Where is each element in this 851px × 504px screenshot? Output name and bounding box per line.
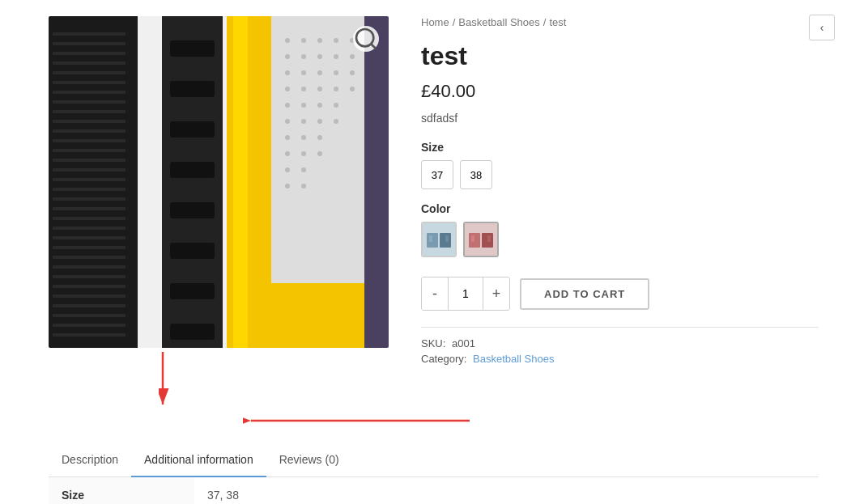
red-arrow-1 xyxy=(159,348,321,413)
svg-rect-19 xyxy=(53,197,126,201)
svg-rect-11 xyxy=(53,120,126,123)
svg-point-77 xyxy=(334,119,338,124)
svg-point-86 xyxy=(285,184,290,188)
svg-point-60 xyxy=(285,70,290,75)
svg-point-74 xyxy=(285,119,290,124)
svg-rect-33 xyxy=(53,333,126,337)
svg-point-90 xyxy=(356,29,373,46)
size-options: 37 38 xyxy=(421,160,819,189)
svg-point-48 xyxy=(301,38,306,43)
tab-reviews[interactable]: Reviews (0) xyxy=(266,443,352,477)
svg-rect-39 xyxy=(170,81,215,97)
breadcrumb: Home / Basketball Shoes / test xyxy=(421,16,819,28)
product-title: test xyxy=(421,41,819,71)
svg-line-91 xyxy=(371,44,376,49)
svg-rect-26 xyxy=(53,265,126,269)
svg-rect-31 xyxy=(53,314,126,317)
color-swatch-green[interactable] xyxy=(421,222,457,257)
svg-point-57 xyxy=(334,54,338,59)
svg-rect-25 xyxy=(53,256,126,259)
product-image-svg xyxy=(49,16,389,348)
svg-point-79 xyxy=(301,135,306,140)
svg-point-83 xyxy=(317,151,322,156)
color-swatch-red[interactable] xyxy=(463,222,499,257)
color-label: Color xyxy=(421,202,819,215)
size-option-38[interactable]: 38 xyxy=(460,160,492,189)
svg-point-49 xyxy=(317,38,322,43)
svg-rect-5 xyxy=(53,61,126,65)
svg-rect-97 xyxy=(429,235,432,242)
svg-rect-13 xyxy=(53,139,126,142)
svg-rect-28 xyxy=(53,285,126,288)
add-to-cart-button[interactable]: ADD TO CART xyxy=(520,278,649,310)
svg-rect-102 xyxy=(471,235,474,242)
svg-rect-7 xyxy=(53,81,126,84)
svg-point-56 xyxy=(317,54,322,59)
table-cell-size-value: 37, 38 xyxy=(194,477,819,504)
svg-rect-1 xyxy=(49,16,138,348)
quantity-input[interactable] xyxy=(448,277,483,310)
quantity-minus-button[interactable]: - xyxy=(422,277,448,310)
svg-rect-3 xyxy=(53,42,126,45)
svg-rect-30 xyxy=(53,304,126,307)
svg-rect-18 xyxy=(53,188,126,191)
tab-additional-information[interactable]: Additional information xyxy=(131,443,266,477)
svg-point-65 xyxy=(285,87,290,91)
svg-point-68 xyxy=(334,87,338,91)
svg-point-50 xyxy=(334,38,338,43)
svg-rect-38 xyxy=(170,40,215,57)
breadcrumb-home[interactable]: Home xyxy=(421,16,449,28)
svg-point-64 xyxy=(350,70,355,75)
svg-rect-41 xyxy=(170,162,215,178)
svg-point-76 xyxy=(317,119,322,124)
size-option-37[interactable]: 37 xyxy=(421,160,453,189)
svg-rect-21 xyxy=(53,217,126,220)
divider-1 xyxy=(421,327,819,328)
tabs-section: Description Additional information Revie… xyxy=(0,443,851,504)
svg-rect-42 xyxy=(170,202,215,218)
quantity-control: - + xyxy=(421,277,510,311)
svg-rect-22 xyxy=(53,227,126,230)
table-row: Size 37, 38 xyxy=(49,477,819,504)
svg-rect-20 xyxy=(53,207,126,210)
svg-rect-8 xyxy=(53,91,126,94)
svg-point-69 xyxy=(350,87,355,91)
svg-rect-12 xyxy=(53,129,126,133)
svg-point-55 xyxy=(301,54,306,59)
product-section: Home / Basketball Shoes / test test £40.… xyxy=(0,0,851,437)
svg-rect-17 xyxy=(53,178,126,181)
svg-rect-10 xyxy=(53,110,126,113)
svg-rect-4 xyxy=(53,52,126,55)
category-value[interactable]: Basketball Shoes xyxy=(473,353,554,365)
tab-description[interactable]: Description xyxy=(49,443,131,477)
svg-point-75 xyxy=(301,119,306,124)
add-to-cart-row: - + ADD TO CART xyxy=(421,277,819,311)
svg-rect-29 xyxy=(53,294,126,298)
svg-point-70 xyxy=(285,103,290,108)
category-label: Category: xyxy=(421,353,466,365)
size-label: Size xyxy=(421,141,819,154)
tab-content: Size 37, 38 Color Green, Red xyxy=(49,477,819,504)
quantity-plus-button[interactable]: + xyxy=(483,277,509,310)
svg-point-66 xyxy=(301,87,306,91)
svg-rect-32 xyxy=(53,324,126,327)
svg-point-62 xyxy=(317,70,322,75)
svg-rect-45 xyxy=(170,324,215,340)
svg-rect-43 xyxy=(170,243,215,259)
product-price: £40.00 xyxy=(421,81,819,102)
svg-rect-98 xyxy=(445,235,449,242)
breadcrumb-current: test xyxy=(549,16,566,28)
svg-point-61 xyxy=(301,70,306,75)
svg-rect-14 xyxy=(53,149,126,152)
svg-point-58 xyxy=(350,54,355,59)
breadcrumb-category[interactable]: Basketball Shoes xyxy=(458,16,539,28)
svg-rect-15 xyxy=(53,159,126,162)
product-image-column xyxy=(49,16,389,413)
category-info: Category: Basketball Shoes xyxy=(421,353,819,365)
color-options xyxy=(421,222,819,257)
tabs-nav: Description Additional information Revie… xyxy=(49,443,819,477)
svg-rect-36 xyxy=(233,16,248,348)
additional-info-table: Size 37, 38 Color Green, Red xyxy=(49,477,819,504)
svg-point-72 xyxy=(317,103,322,108)
zoom-button[interactable] xyxy=(353,26,379,52)
